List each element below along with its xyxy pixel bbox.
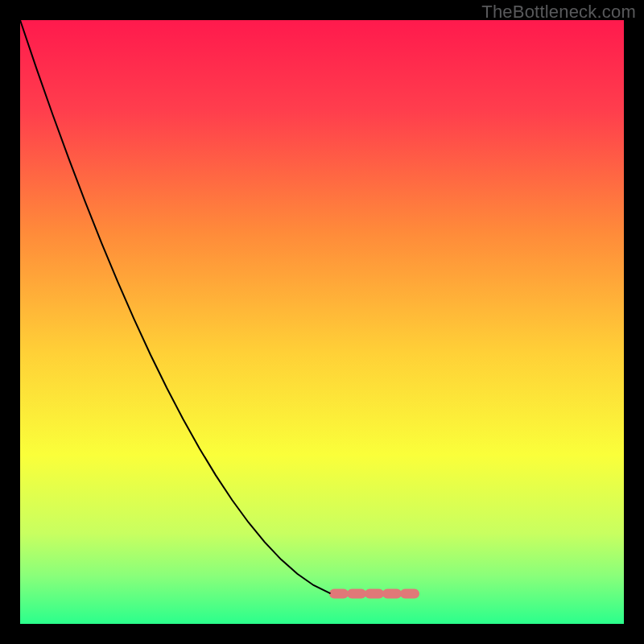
plot-area bbox=[20, 20, 624, 624]
chart-svg bbox=[20, 20, 624, 624]
chart-frame: TheBottleneck.com bbox=[0, 0, 644, 644]
heat-gradient-rect bbox=[20, 20, 624, 624]
